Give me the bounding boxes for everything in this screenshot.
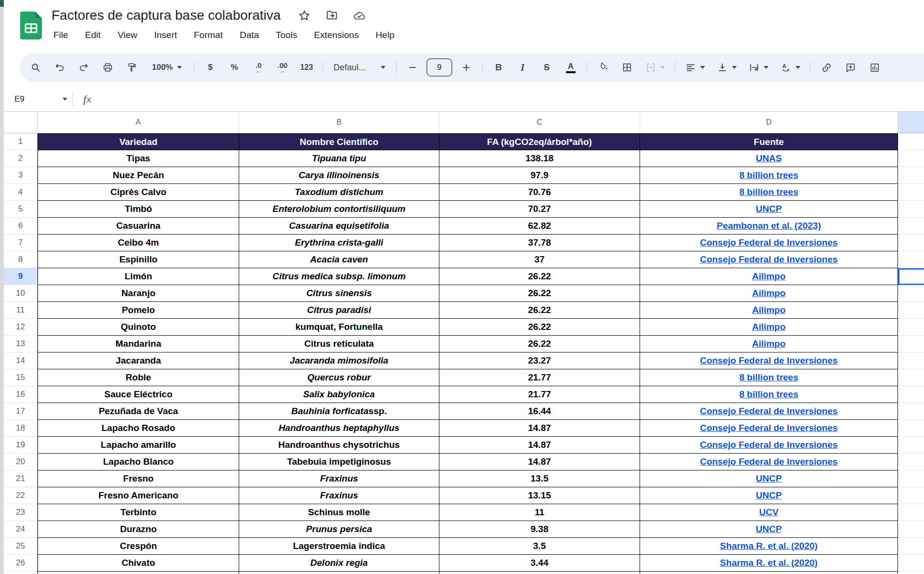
cell-A9[interactable]: Limón bbox=[38, 268, 239, 285]
cell-A22[interactable]: Fresno Americano bbox=[38, 487, 239, 504]
cell-E1[interactable] bbox=[898, 133, 924, 150]
row-header-17[interactable]: 17 bbox=[4, 403, 38, 420]
cell-A24[interactable]: Durazno bbox=[38, 521, 239, 538]
cell-D14[interactable]: Consejo Federal de Inversiones bbox=[640, 352, 898, 369]
source-link[interactable]: Consejo Federal de Inversiones bbox=[700, 237, 837, 248]
cell-D11[interactable]: Ailimpo bbox=[640, 302, 898, 319]
cell-C8[interactable]: 37 bbox=[439, 251, 640, 268]
text-rotation-button[interactable]: A bbox=[776, 58, 804, 77]
column-header-B[interactable]: B bbox=[239, 112, 439, 133]
menu-format[interactable]: Format bbox=[192, 29, 225, 41]
font-picker[interactable]: Defaul... bbox=[329, 58, 390, 77]
source-link[interactable]: 8 billion trees bbox=[739, 187, 798, 197]
cell-A7[interactable]: Ceibo 4m bbox=[38, 235, 239, 251]
cell-A25[interactable]: Crespón bbox=[38, 538, 239, 555]
zoom-control[interactable]: 100% bbox=[146, 58, 188, 77]
source-link[interactable]: UNCP bbox=[756, 473, 782, 484]
cell-A12[interactable]: Quinoto bbox=[38, 319, 239, 336]
cell-A19[interactable]: Lapacho amarillo bbox=[38, 437, 239, 454]
row-header-22[interactable]: 22 bbox=[4, 487, 38, 504]
cell-E24[interactable] bbox=[898, 521, 924, 538]
cell-B17[interactable]: Bauhinia forficata ssp. bbox=[239, 403, 439, 420]
source-link[interactable]: Consejo Federal de Inversiones bbox=[700, 254, 837, 265]
menu-file[interactable]: File bbox=[51, 29, 70, 41]
menu-tools[interactable]: Tools bbox=[274, 29, 299, 41]
cell-A4[interactable]: Ciprés Calvo bbox=[38, 184, 239, 201]
cell-E-partial[interactable] bbox=[898, 572, 924, 574]
cell-B4[interactable]: Taxodium distichum bbox=[239, 184, 439, 201]
cell-E15[interactable] bbox=[898, 369, 924, 386]
horizontal-align-button[interactable] bbox=[681, 58, 709, 77]
column-header-A[interactable]: A bbox=[38, 112, 239, 133]
cell-B21[interactable]: Fraxinus bbox=[239, 470, 439, 487]
merge-cells-button[interactable] bbox=[641, 58, 669, 77]
row-header-4[interactable]: 4 bbox=[4, 184, 38, 201]
cell-A1[interactable]: Variedad bbox=[38, 133, 239, 150]
vertical-align-button[interactable] bbox=[713, 58, 741, 77]
row-header-2[interactable]: 2 bbox=[4, 150, 38, 167]
cell-C-partial[interactable] bbox=[439, 572, 640, 574]
menu-extensions[interactable]: Extensions bbox=[312, 29, 360, 41]
cell-B-partial[interactable] bbox=[239, 572, 439, 574]
row-header-13[interactable]: 13 bbox=[4, 336, 38, 352]
cell-C15[interactable]: 21.77 bbox=[439, 369, 640, 386]
cell-E23[interactable] bbox=[898, 504, 924, 521]
row-header-11[interactable]: 11 bbox=[4, 302, 38, 319]
cell-B5[interactable]: Enterolobium contortisiliquum bbox=[239, 201, 439, 218]
cell-A18[interactable]: Lapacho Rosado bbox=[38, 420, 239, 437]
cell-A8[interactable]: Espinillo bbox=[38, 251, 239, 268]
row-header-10[interactable]: 10 bbox=[4, 285, 38, 302]
redo-icon[interactable] bbox=[74, 58, 94, 77]
cloud-saved-icon[interactable] bbox=[353, 9, 366, 22]
format-percent-button[interactable]: % bbox=[224, 58, 244, 77]
increase-font-size-button[interactable] bbox=[456, 58, 476, 77]
document-title[interactable]: Factores de captura base colaborativa bbox=[51, 8, 281, 23]
format-currency-button[interactable]: $ bbox=[200, 58, 220, 77]
cell-C22[interactable]: 13.15 bbox=[439, 487, 640, 504]
cell-A20[interactable]: Lapacho Blanco bbox=[38, 454, 239, 470]
cell-C13[interactable]: 26.22 bbox=[439, 336, 640, 352]
cell-B11[interactable]: Citrus paradisi bbox=[239, 302, 439, 319]
column-header-C[interactable]: C bbox=[439, 112, 640, 133]
menu-view[interactable]: View bbox=[116, 29, 139, 41]
cell-D13[interactable]: Ailimpo bbox=[640, 336, 898, 352]
cell-B26[interactable]: Delonix regia bbox=[239, 555, 439, 572]
cell-D5[interactable]: UNCP bbox=[640, 201, 898, 218]
source-link[interactable]: 8 billion trees bbox=[739, 372, 798, 383]
cell-B18[interactable]: Handroanthus heptaphyllus bbox=[239, 420, 439, 437]
cell-C6[interactable]: 62.82 bbox=[439, 218, 640, 235]
menu-help[interactable]: Help bbox=[373, 29, 396, 41]
cell-B10[interactable]: Citrus sinensis bbox=[239, 285, 439, 302]
cell-C7[interactable]: 37.78 bbox=[439, 235, 640, 251]
decrease-decimals-button[interactable]: .0← bbox=[248, 58, 269, 77]
cell-C16[interactable]: 21.77 bbox=[439, 386, 640, 403]
cell-E7[interactable] bbox=[898, 235, 924, 251]
cell-E13[interactable] bbox=[898, 336, 924, 352]
sheets-logo-icon[interactable] bbox=[20, 12, 42, 39]
print-icon[interactable] bbox=[98, 58, 118, 77]
row-header-23[interactable]: 23 bbox=[4, 504, 38, 521]
cell-D23[interactable]: UCV bbox=[640, 504, 898, 521]
increase-decimals-button[interactable]: .00→ bbox=[272, 58, 293, 77]
row-header-24[interactable]: 24 bbox=[4, 521, 38, 538]
source-link[interactable]: 8 billion trees bbox=[739, 389, 798, 400]
row-header-19[interactable]: 19 bbox=[4, 437, 38, 454]
cell-A14[interactable]: Jacaranda bbox=[38, 352, 239, 369]
source-link[interactable]: UNCP bbox=[756, 490, 782, 501]
insert-link-icon[interactable] bbox=[816, 58, 836, 77]
italic-button[interactable]: I bbox=[513, 58, 533, 77]
fill-color-button[interactable] bbox=[593, 58, 613, 77]
menu-edit[interactable]: Edit bbox=[83, 29, 103, 41]
cell-B15[interactable]: Quercus robur bbox=[239, 369, 439, 386]
select-all-corner[interactable] bbox=[4, 112, 38, 133]
cell-A21[interactable]: Fresno bbox=[38, 470, 239, 487]
decrease-font-size-button[interactable] bbox=[402, 58, 423, 77]
source-link[interactable]: Sharma R. et al. (2020) bbox=[720, 541, 818, 551]
cell-B3[interactable]: Carya illinoinensis bbox=[239, 167, 439, 184]
cell-B1[interactable]: Nombre Científico bbox=[239, 133, 439, 150]
more-number-formats-button[interactable]: 123 bbox=[296, 58, 317, 77]
cell-B22[interactable]: Fraxinus bbox=[239, 487, 439, 504]
cell-C14[interactable]: 23.27 bbox=[439, 352, 640, 369]
cell-E14[interactable] bbox=[898, 352, 924, 369]
cell-D17[interactable]: Consejo Federal de Inversiones bbox=[640, 403, 898, 420]
